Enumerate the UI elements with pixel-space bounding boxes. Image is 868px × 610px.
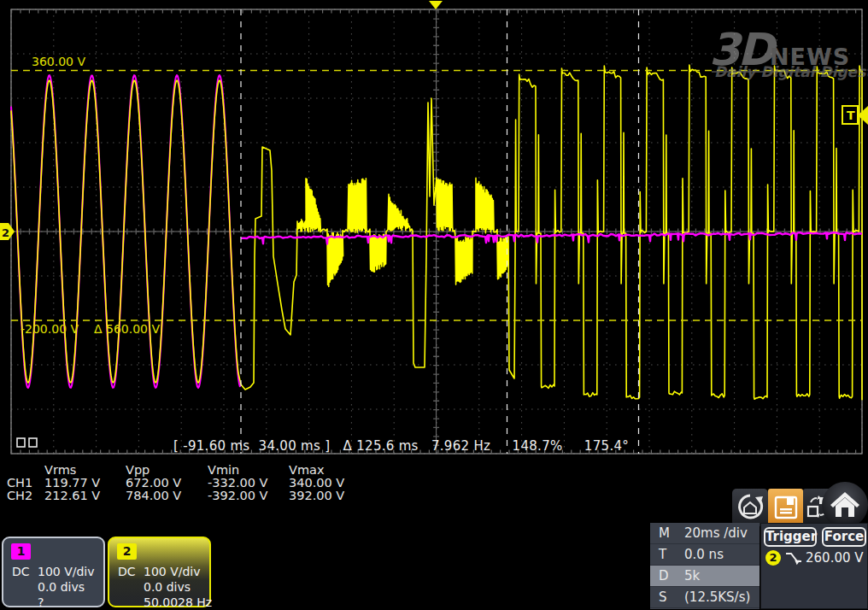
meas-ch2-vmax: 392.00 V: [289, 490, 370, 502]
timebase-row-m[interactable]: M 20ms /div: [650, 523, 760, 544]
recall-home-icon: [732, 489, 768, 526]
meas-ch2-vrms: 212.61 V: [44, 490, 126, 502]
ch2-zero-label: 2: [2, 226, 9, 239]
trigger-level-value: 260.00 V: [806, 550, 864, 566]
meas-ch1-vrms: 119.77 V: [44, 477, 126, 490]
ch2-zero-marker-icon[interactable]: 2: [0, 223, 15, 240]
falling-edge-icon: [784, 550, 803, 566]
cursor-handle-square-1[interactable]: [17, 438, 25, 447]
timebase-d-value: 5k: [684, 566, 700, 587]
ch2-badge: 2: [117, 543, 137, 560]
table-row: CH1 119.77 V 672.00 V -332.00 V 340.00 V: [7, 477, 370, 490]
timebase-m-key: M: [659, 523, 670, 544]
ch2-scale: 100 V/div: [144, 565, 201, 578]
measurements-header-row: Vrms Vpp Vmin Vmax: [7, 464, 370, 477]
ch1-badge: 1: [11, 543, 31, 560]
meas-h-vpp: Vpp: [126, 464, 208, 477]
trigger-position-marker-icon[interactable]: [429, 1, 443, 9]
ch1-scale: 100 V/div: [38, 565, 95, 578]
meas-ch2-vmin: -392.00 V: [208, 490, 289, 502]
home-icon: [822, 482, 868, 528]
ch1-offset: 0.0 divs: [38, 579, 85, 595]
channel1-settings-box[interactable]: 1 DC100 V/div 0.0 divs ?: [2, 537, 105, 607]
ch1-coupling-scale: DC100 V/div: [12, 564, 95, 579]
save-floppy-icon: [768, 489, 803, 526]
cursor-delta-voltage-label: Δ 560.00 V: [94, 322, 160, 336]
timebase-t-key: T: [659, 544, 666, 566]
timebase-panel[interactable]: M 20ms /div T 0.0 ns D 5k S (12.5KS/s): [650, 523, 760, 609]
trigger-panel: Trigger Force 2 260.00 V: [760, 523, 868, 609]
meas-ch1-vmin: -332.00 V: [208, 477, 289, 490]
ch1-frequency: ?: [38, 595, 44, 610]
ch2-offset: 0.0 divs: [144, 579, 191, 595]
meas-ch2-label: CH2: [7, 490, 44, 502]
3dnews-logo: 3D NEWS Daily Digital Digest: [709, 24, 868, 80]
timebase-m-value: 20ms /div: [684, 523, 748, 544]
table-row: CH2 212.61 V 784.00 V -392.00 V 392.00 V: [7, 490, 370, 502]
save-button[interactable]: [768, 489, 803, 526]
ch2-coupling-scale: DC100 V/div: [118, 564, 201, 579]
timebase-row-t[interactable]: T 0.0 ns: [650, 544, 760, 566]
ch1-coupling: DC: [12, 564, 38, 579]
meas-ch2-vpp: 784.00 V: [126, 490, 208, 502]
timebase-s-value: (12.5KS/s): [684, 587, 750, 608]
meas-h-vmin: Vmin: [208, 464, 289, 477]
home-button[interactable]: [822, 482, 868, 528]
measurements-table: Vrms Vpp Vmin Vmax CH1 119.77 V 672.00 V…: [7, 464, 370, 502]
oscilloscope-screen: 3D NEWS Daily Digital Digest T 2 360.00 …: [0, 0, 868, 610]
trigger-marker-label: T: [847, 109, 855, 122]
timebase-t-value: 0.0 ns: [684, 544, 724, 566]
trigger-source-badge: 2: [765, 550, 781, 566]
timebase-s-key: S: [659, 587, 667, 608]
meas-ch1-vmax: 340.00 V: [289, 477, 370, 490]
meas-h-vmax: Vmax: [289, 464, 370, 477]
cursor-top-voltage-label: 360.00 V: [32, 55, 85, 68]
trigger-level-marker-icon[interactable]: T: [842, 106, 868, 125]
meas-h-blank: [7, 464, 44, 477]
meas-ch1-label: CH1: [7, 477, 44, 490]
ch2-coupling: DC: [118, 564, 144, 579]
meas-ch1-vpp: 672.00 V: [126, 477, 208, 490]
meas-h-vrms: Vrms: [44, 464, 126, 477]
cursor-handle-square-2[interactable]: [29, 438, 37, 447]
waveform-display: 3D NEWS Daily Digital Digest T 2 360.00 …: [0, 0, 868, 466]
force-trigger-button[interactable]: Force: [822, 527, 866, 547]
cursor-bottom-voltage-label: -200.00 V: [21, 322, 79, 336]
trigger-menu-button[interactable]: Trigger: [764, 527, 817, 547]
ch2-frequency: 50.0028 Hz: [144, 595, 212, 610]
timebase-d-key: D: [659, 566, 669, 587]
timebase-row-d[interactable]: D 5k: [650, 566, 760, 587]
recall-default-button[interactable]: [732, 489, 768, 526]
timebase-row-s[interactable]: S (12.5KS/s): [650, 587, 760, 608]
time-cursor-readout: [ -91.60 ms 34.00 ms ] Δ 125.6 ms 7.962 …: [173, 438, 629, 454]
channel2-settings-box[interactable]: 2 DC100 V/div 0.0 divs 50.0028 Hz: [108, 537, 211, 607]
